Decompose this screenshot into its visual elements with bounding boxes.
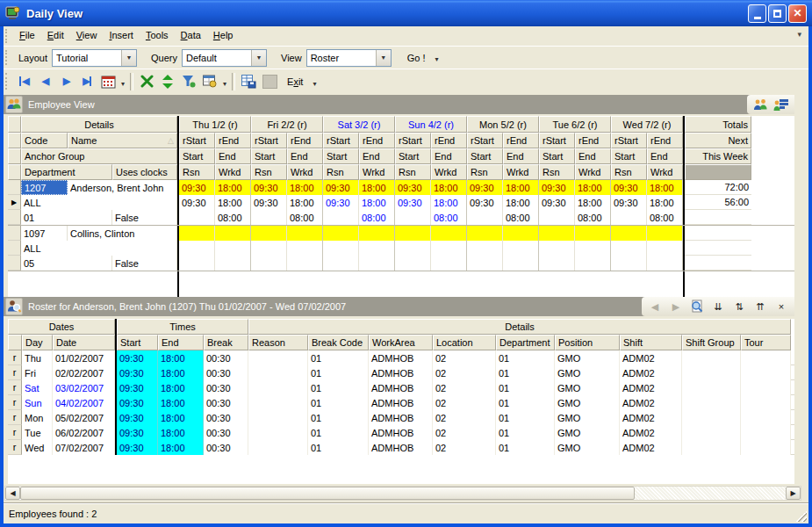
calendar-button[interactable]: [97, 72, 119, 91]
last-record-button[interactable]: ▶: [76, 72, 97, 91]
schedule-cell[interactable]: [539, 241, 575, 256]
tour-cell[interactable]: [741, 350, 791, 365]
subcolumn-header[interactable]: rStart: [467, 133, 503, 148]
subcolumn-header[interactable]: Start: [467, 148, 503, 164]
menu-edit[interactable]: Edit: [41, 26, 70, 46]
employee-name-cell[interactable]: Collins, Clinton: [68, 226, 177, 241]
menu-insert[interactable]: Insert: [103, 26, 140, 46]
day-cell[interactable]: Tue: [22, 425, 53, 440]
schedule-cell[interactable]: 18:00: [575, 180, 611, 195]
department-header[interactable]: Department: [21, 164, 112, 180]
position-cell[interactable]: GMO: [555, 395, 620, 410]
column-header-date[interactable]: Date: [53, 335, 115, 350]
schedule-cell[interactable]: 18:00: [359, 180, 395, 195]
schedule-cell[interactable]: [539, 210, 575, 225]
schedule-cell[interactable]: [179, 241, 215, 256]
break-cell[interactable]: 00:30: [204, 440, 248, 455]
position-cell[interactable]: GMO: [555, 365, 620, 380]
roster-row[interactable]: rMon05/02/200709:3018:0000:3001ADMHOB020…: [8, 410, 794, 425]
uses-clocks-header[interactable]: Uses clocks: [112, 164, 177, 180]
toolbar2-grip[interactable]: [5, 73, 10, 90]
save-layout-button[interactable]: [238, 72, 259, 91]
break-cell[interactable]: 00:30: [204, 350, 248, 365]
break-cell[interactable]: 00:30: [204, 380, 248, 395]
work-area-cell[interactable]: ADMHOB: [369, 365, 433, 380]
subcolumn-header[interactable]: Rsn: [323, 164, 359, 180]
subcolumn-header[interactable]: Wrkd: [575, 164, 611, 180]
menu-help[interactable]: Help: [207, 26, 240, 46]
tour-cell[interactable]: [741, 440, 791, 455]
subcolumn-header[interactable]: rEnd: [575, 133, 611, 148]
next-record-button[interactable]: ▶: [55, 72, 76, 91]
schedule-cell[interactable]: [431, 241, 467, 256]
view-combo[interactable]: Roster ▼: [306, 49, 392, 67]
department-cell[interactable]: 01: [496, 425, 555, 440]
subcolumn-header[interactable]: Wrkd: [215, 164, 251, 180]
subcolumn-header[interactable]: Wrkd: [647, 164, 683, 180]
subcolumn-header[interactable]: Rsn: [395, 164, 431, 180]
schedule-cell[interactable]: [251, 241, 287, 256]
work-area-cell[interactable]: ADMHOB: [369, 350, 433, 365]
roster-row-marker[interactable]: r: [8, 365, 22, 380]
menubar-grip[interactable]: [5, 29, 10, 42]
schedule-cell[interactable]: [611, 226, 647, 241]
end-time-cell[interactable]: 18:00: [158, 365, 204, 380]
scroll-left-button[interactable]: ◀: [5, 487, 20, 500]
column-header-break-code[interactable]: Break Code: [308, 335, 369, 350]
schedule-cell[interactable]: 18:00: [431, 180, 467, 195]
row-selector[interactable]: [8, 180, 21, 195]
subcolumn-header[interactable]: rStart: [179, 133, 215, 148]
roster-close-button[interactable]: ×: [771, 298, 792, 315]
schedule-cell[interactable]: [359, 241, 395, 256]
employee-grid-button[interactable]: [771, 96, 792, 113]
break-code-cell[interactable]: 01: [308, 410, 369, 425]
scroll-right-button[interactable]: ▶: [786, 487, 801, 500]
day-cell[interactable]: Wed: [22, 440, 53, 455]
grid-settings-button[interactable]: [199, 72, 220, 91]
schedule-cell[interactable]: 09:30: [611, 180, 647, 195]
subcolumn-header[interactable]: Start: [251, 148, 287, 164]
column-header-shift-group[interactable]: Shift Group: [682, 335, 741, 350]
roster-row-marker[interactable]: r: [8, 395, 22, 410]
roster-prev-button[interactable]: ◀: [644, 298, 665, 315]
schedule-cell[interactable]: 18:00: [503, 195, 539, 210]
employee-list-button[interactable]: [750, 96, 771, 113]
roster-resize-button[interactable]: ⇅: [729, 298, 750, 315]
menu-overflow-icon[interactable]: ▾: [790, 26, 808, 46]
anchor-group-cell[interactable]: ALL: [21, 241, 177, 256]
shift-cell[interactable]: ADM02: [620, 425, 682, 440]
break-cell[interactable]: 00:30: [204, 425, 248, 440]
day-cell[interactable]: Fri: [22, 365, 53, 380]
day-header[interactable]: Sat 3/2 (r): [323, 116, 395, 133]
column-header-start[interactable]: Start: [117, 335, 158, 350]
schedule-cell[interactable]: 08:00: [287, 210, 323, 225]
subcolumn-header[interactable]: Start: [323, 148, 359, 164]
department-cell[interactable]: 01: [496, 365, 555, 380]
start-time-cell[interactable]: 09:30: [117, 350, 158, 365]
tour-cell[interactable]: [741, 425, 791, 440]
uses-clocks-cell[interactable]: False: [112, 256, 177, 271]
schedule-cell[interactable]: [503, 241, 539, 256]
roster-row-marker[interactable]: r: [8, 410, 22, 425]
roster-row-marker[interactable]: r: [8, 380, 22, 395]
shift-cell[interactable]: ADM02: [620, 440, 682, 455]
location-cell[interactable]: 02: [433, 425, 496, 440]
schedule-cell[interactable]: [359, 256, 395, 271]
subcolumn-header[interactable]: Start: [539, 148, 575, 164]
go-toolbar-overflow-icon[interactable]: ▾: [432, 54, 441, 65]
break-code-cell[interactable]: 01: [308, 440, 369, 455]
subcolumn-header[interactable]: Rsn: [179, 164, 215, 180]
subcolumn-header[interactable]: Rsn: [467, 164, 503, 180]
subcolumn-header[interactable]: rStart: [251, 133, 287, 148]
layout-combo-arrow-icon[interactable]: ▼: [121, 50, 136, 66]
schedule-cell[interactable]: 18:00: [647, 195, 683, 210]
column-header-position[interactable]: Position: [555, 335, 620, 350]
schedule-cell[interactable]: [575, 226, 611, 241]
work-area-cell[interactable]: ADMHOB: [369, 395, 433, 410]
roster-row[interactable]: rFri02/02/200709:3018:0000:3001ADMHOB020…: [8, 365, 794, 380]
subcolumn-header[interactable]: Rsn: [539, 164, 575, 180]
schedule-cell[interactable]: 18:00: [215, 180, 251, 195]
department-cell[interactable]: 01: [496, 440, 555, 455]
subcolumn-header[interactable]: rEnd: [215, 133, 251, 148]
schedule-cell[interactable]: 09:30: [539, 195, 575, 210]
